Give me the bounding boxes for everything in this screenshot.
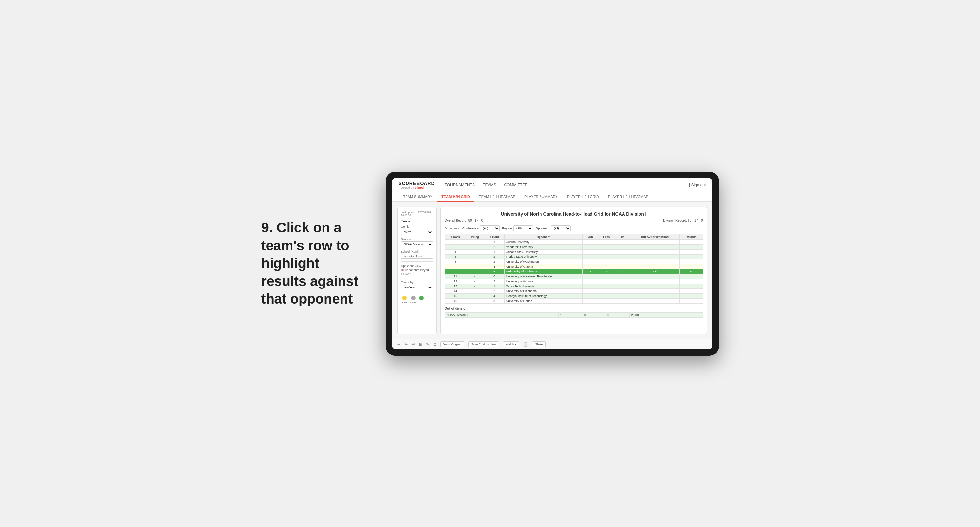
- nav-sign-out[interactable]: | Sign out: [689, 183, 705, 187]
- back-icon[interactable]: ↩: [412, 342, 415, 347]
- table-row[interactable]: 16-3University of Florida: [445, 298, 703, 303]
- grid-icon[interactable]: ⊞: [419, 342, 422, 347]
- share-btn[interactable]: Share: [532, 341, 546, 347]
- region-filter-group: Region (All): [502, 225, 533, 231]
- table-row[interactable]: --3University of Arizona: [445, 264, 703, 269]
- subnav-team-h2h-heatmap[interactable]: TEAM H2H HEATMAP: [474, 192, 520, 202]
- view-original-btn[interactable]: View: Original: [441, 341, 465, 347]
- division-label: Division: [401, 237, 433, 241]
- filter-row: Opponents: Conference (All) Region (All): [445, 225, 703, 231]
- nav-tournaments[interactable]: TOURNAMENTS: [445, 182, 475, 188]
- region-filter-select[interactable]: (All): [513, 225, 533, 231]
- colour-by-section: Colour by Win/loss Down Level: [401, 281, 433, 304]
- table-row[interactable]: 12-3University of Virginia: [445, 279, 703, 283]
- table-row[interactable]: 2-1Auburn University: [445, 239, 703, 244]
- radio-dot-opponents: [401, 269, 404, 271]
- conference-filter-title: Conference: [462, 227, 479, 230]
- legend-label-up: Up: [420, 301, 423, 304]
- th-win: Win: [583, 234, 598, 239]
- nav-committee[interactable]: COMMITTEE: [504, 182, 527, 188]
- th-loss: Loss: [598, 234, 615, 239]
- clock-icon[interactable]: ⊙: [433, 342, 437, 347]
- divider2: [401, 277, 433, 277]
- nav-links: TOURNAMENTS TEAMS COMMITTEE: [445, 182, 689, 188]
- nav-teams[interactable]: TEAMS: [483, 182, 496, 188]
- out-div-rounds: 3: [679, 312, 703, 317]
- out-div-tie: 0: [606, 312, 629, 317]
- subnav-player-h2h-grid[interactable]: PLAYER H2H GRID: [562, 192, 603, 202]
- table-row[interactable]: 8-2University of Washington: [445, 259, 703, 264]
- table-row[interactable]: 11-6University of Arkansas, Fayetteville: [445, 274, 703, 279]
- division-select[interactable]: NCAA Division I: [401, 242, 433, 247]
- edit-icon[interactable]: ✎: [426, 342, 430, 347]
- clipboard-icon[interactable]: 📋: [523, 342, 528, 347]
- instruction-body: Click on a team's row to highlight resul…: [261, 220, 358, 306]
- out-of-division-header: Out of division: [445, 307, 703, 310]
- main-content: Last Updated: 27/03/2024 16:55:38 Team G…: [392, 202, 713, 339]
- undo-icon[interactable]: ↩: [397, 342, 401, 347]
- gender-select[interactable]: Men's: [401, 229, 433, 235]
- sidebar: Last Updated: 27/03/2024 16:55:38 Team G…: [397, 207, 437, 334]
- school-label: School (Rank): [401, 250, 433, 253]
- opponent-view-label: Opponent View: [401, 264, 433, 267]
- table-row[interactable]: 15-4Georgia Institute of Technology: [445, 293, 703, 298]
- subnav-player-h2h-heatmap[interactable]: PLAYER H2H HEATMAP: [603, 192, 653, 202]
- out-div-win: 1: [558, 312, 582, 317]
- subnav-player-summary[interactable]: PLAYER SUMMARY: [520, 192, 562, 202]
- table-row[interactable]: --5University of Alabama3002.618: [445, 269, 703, 274]
- grid-content: University of North Carolina Head-to-Hea…: [441, 207, 707, 334]
- last-updated: Last Updated: 27/03/2024 16:55:38: [401, 211, 433, 217]
- table-row[interactable]: 14-2University of Oklahoma: [445, 288, 703, 293]
- top-nav: SCOREBOARD Powered by clippd TOURNAMENTS…: [392, 178, 713, 192]
- radio-top100[interactable]: Top 100: [401, 272, 433, 276]
- instruction-text: 9. Click on a team's row to highlight re…: [261, 219, 366, 308]
- logo-powered: Powered by clippd: [399, 186, 435, 189]
- out-of-division-row[interactable]: NCAA Division II 1 0 0 26.00 3: [445, 312, 703, 317]
- table-row[interactable]: 13-1Texas Tech University: [445, 283, 703, 288]
- logo-scoreboard: SCOREBOARD: [399, 181, 435, 186]
- legend-level: Level: [410, 296, 416, 304]
- th-rank: # Rank: [445, 234, 466, 239]
- radio-dot-top100: [401, 273, 404, 275]
- save-custom-view-btn[interactable]: Save Custom View: [468, 341, 499, 347]
- legend-circle-up: [419, 296, 423, 300]
- table-header-row: # Rank # Reg # Conf Opponent Win Loss Ti…: [445, 234, 703, 239]
- logo-area: SCOREBOARD Powered by clippd: [399, 181, 435, 189]
- subnav-team-h2h-grid[interactable]: TEAM H2H GRID: [437, 192, 474, 202]
- opponent-view-section: Opponent View Opponents Played Top 100: [401, 264, 433, 276]
- colour-by-select[interactable]: Win/loss: [401, 285, 433, 290]
- radio-opponents-played[interactable]: Opponents Played: [401, 268, 433, 272]
- colour-by-label: Colour by: [401, 281, 433, 284]
- overall-record: Overall Record: 89 - 17 - 0: [445, 218, 483, 222]
- legend-label-down: Down: [401, 301, 407, 304]
- legend-down: Down: [401, 296, 407, 304]
- out-div-diff: 26.00: [629, 312, 679, 317]
- school-value: University of Nort...: [401, 254, 433, 259]
- tablet-frame: SCOREBOARD Powered by clippd TOURNAMENTS…: [386, 172, 719, 356]
- table-row[interactable]: 6-2Florida State University: [445, 254, 703, 259]
- subnav-team-summary[interactable]: TEAM SUMMARY: [399, 192, 437, 202]
- redo-icon[interactable]: ↪: [404, 342, 408, 347]
- th-opponent: Opponent: [504, 234, 583, 239]
- legend-circle-down: [402, 296, 407, 300]
- logo-brand: clippd: [415, 186, 424, 189]
- opponent-filter-select[interactable]: (All): [551, 225, 571, 231]
- out-div-loss: 0: [582, 312, 606, 317]
- table-row[interactable]: 4-1Arizona State University: [445, 249, 703, 254]
- opponents-filter-label: Opponents:: [445, 227, 460, 230]
- sub-nav: TEAM SUMMARY TEAM H2H GRID TEAM H2H HEAT…: [392, 192, 713, 202]
- bottom-toolbar: ↩ ↪ ↩ ⊞ ✎ ⊙ View: Original Save Custom V…: [392, 339, 713, 349]
- gender-label: Gender: [401, 225, 433, 228]
- out-of-division-table: NCAA Division II 1 0 0 26.00 3: [445, 312, 703, 318]
- table-row[interactable]: 3-2Vanderbilt University: [445, 244, 703, 249]
- conference-filter-group: Conference (All): [462, 225, 500, 231]
- divider: [401, 261, 433, 262]
- th-reg: # Reg: [466, 234, 484, 239]
- th-rounds: Rounds: [679, 234, 703, 239]
- watch-btn[interactable]: Watch ▾: [503, 341, 520, 347]
- opponent-filter-group: Opponent (All): [536, 225, 571, 231]
- th-tie: Tie: [615, 234, 630, 239]
- legend-up: Up: [419, 296, 423, 304]
- conference-filter-select[interactable]: (All): [480, 225, 500, 231]
- radio-label-top100: Top 100: [405, 272, 415, 276]
